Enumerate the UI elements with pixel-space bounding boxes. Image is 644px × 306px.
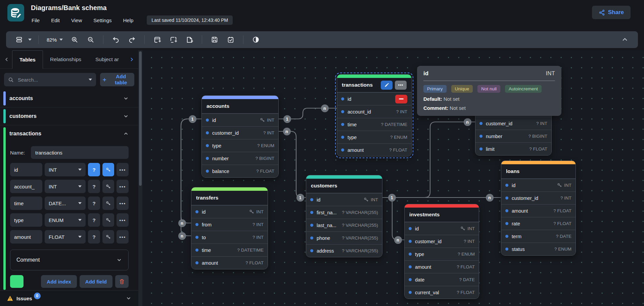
menu-settings[interactable]: Settings bbox=[93, 17, 111, 23]
add-field-button[interactable]: Add field bbox=[80, 275, 112, 288]
field-type-select[interactable]: ENUM bbox=[45, 213, 86, 227]
table-field-row[interactable]: address? VARCHAR(255) bbox=[306, 244, 382, 257]
redo-button[interactable] bbox=[126, 34, 138, 45]
zoom-level-select[interactable]: 82% bbox=[45, 37, 64, 43]
menu-edit[interactable]: Edit bbox=[51, 17, 60, 23]
search-caret-icon[interactable] bbox=[89, 79, 92, 81]
table-field-row[interactable]: number? BIGINT bbox=[475, 130, 551, 142]
table-field-row[interactable]: rate? FLOAT bbox=[501, 217, 576, 230]
tab-relationships[interactable]: Relationships bbox=[43, 50, 88, 69]
field-name-input[interactable] bbox=[10, 196, 42, 210]
table-field-row[interactable]: current_val? FLOAT bbox=[405, 286, 479, 299]
menu-view[interactable]: View bbox=[71, 17, 82, 23]
table-title-row[interactable]: investments bbox=[405, 208, 479, 222]
sidebar-table-accounts[interactable]: accounts bbox=[0, 90, 138, 107]
sidebar-table-transactions[interactable]: transactions bbox=[0, 125, 138, 142]
table-field-row[interactable]: type? ENUM bbox=[337, 131, 411, 143]
nullable-toggle-button[interactable]: ? bbox=[88, 180, 100, 193]
diagram-table-customers[interactable]: customersidINTfirst_na...? VARCHAR(255)l… bbox=[306, 175, 382, 257]
field-more-options-button[interactable]: ••• bbox=[117, 213, 129, 227]
field-more-options-button[interactable]: ••• bbox=[117, 163, 129, 176]
table-title-row[interactable]: accounts bbox=[202, 99, 278, 114]
table-field-row[interactable]: from? INT bbox=[191, 218, 268, 231]
table-field-row[interactable]: idINT bbox=[306, 193, 382, 206]
tabs-scroll-left-icon[interactable] bbox=[1, 50, 12, 69]
nullable-toggle-button[interactable]: ? bbox=[88, 213, 100, 227]
chevron-up-icon[interactable] bbox=[123, 131, 129, 137]
table-field-row[interactable]: amount? FLOAT bbox=[405, 260, 479, 273]
table-field-row[interactable]: number? BIGINT bbox=[202, 152, 278, 165]
table-field-row[interactable]: idINT bbox=[501, 179, 576, 191]
table-field-row[interactable]: status? ENUM bbox=[501, 243, 576, 255]
table-field-row[interactable]: amount? FLOAT bbox=[501, 204, 576, 217]
nullable-toggle-button[interactable]: ? bbox=[88, 163, 100, 176]
table-field-row[interactable]: last_na...? VARCHAR(255) bbox=[306, 219, 382, 231]
theme-toggle-button[interactable] bbox=[250, 34, 262, 45]
table-field-row[interactable]: to? INT bbox=[191, 231, 268, 244]
add-area-button[interactable] bbox=[168, 34, 179, 45]
table-field-row[interactable]: idINT bbox=[405, 222, 479, 235]
primary-key-toggle-button[interactable] bbox=[102, 213, 114, 227]
table-title-row[interactable]: transactions••• bbox=[337, 78, 411, 92]
todo-button[interactable] bbox=[225, 34, 236, 45]
table-field-row[interactable]: term? DATE bbox=[501, 230, 576, 243]
sidebar-scrollbar[interactable] bbox=[138, 50, 142, 306]
table-field-row[interactable]: idINT bbox=[202, 114, 278, 126]
table-field-row[interactable]: type? ENUM bbox=[202, 139, 278, 152]
table-field-row[interactable]: amount? FLOAT bbox=[337, 143, 411, 156]
diagram-table-loans[interactable]: loansidINTcustomer_id? INTamount? FLOATr… bbox=[501, 161, 576, 256]
table-field-row[interactable]: account_id? INT bbox=[337, 105, 411, 118]
table-field-row[interactable]: balance? FLOAT bbox=[202, 165, 278, 177]
add-index-button[interactable]: Add index bbox=[41, 275, 77, 288]
save-button[interactable] bbox=[209, 34, 220, 45]
collapse-toolbar-button[interactable] bbox=[619, 34, 631, 45]
field-name-input[interactable] bbox=[10, 230, 42, 244]
table-field-row[interactable]: time? DATETIME bbox=[337, 118, 411, 131]
menu-file[interactable]: File bbox=[32, 17, 40, 23]
sidebar-table-customers[interactable]: customers bbox=[0, 107, 138, 125]
table-field-row[interactable]: date? DATE bbox=[405, 273, 479, 286]
field-type-select[interactable]: INT bbox=[45, 180, 86, 193]
table-name-input[interactable] bbox=[31, 146, 129, 159]
table-color-swatch[interactable] bbox=[10, 275, 24, 288]
nullable-toggle-button[interactable]: ? bbox=[88, 230, 100, 244]
share-button[interactable]: Share bbox=[592, 6, 631, 19]
table-field-row[interactable]: phone? VARCHAR(255) bbox=[306, 231, 382, 244]
table-field-row[interactable]: idINT bbox=[191, 205, 268, 218]
search-input[interactable] bbox=[4, 73, 96, 86]
field-type-select[interactable]: DATE... bbox=[45, 196, 86, 210]
field-name-input[interactable] bbox=[10, 163, 42, 176]
diagram-table-accounts[interactable]: accountsidINTcustomer_id? INTtype? ENUMn… bbox=[201, 95, 279, 178]
table-more-options-button[interactable]: ••• bbox=[395, 81, 407, 90]
add-note-button[interactable] bbox=[184, 34, 195, 45]
field-more-options-button[interactable]: ••• bbox=[117, 180, 129, 193]
nullable-toggle-button[interactable]: ? bbox=[88, 196, 100, 210]
delete-table-button[interactable] bbox=[115, 275, 129, 288]
table-field-row[interactable]: id bbox=[337, 92, 411, 105]
table-field-row[interactable]: customer_id? INT bbox=[405, 235, 479, 248]
primary-key-toggle-button[interactable] bbox=[102, 196, 114, 210]
field-type-select[interactable]: INT bbox=[45, 163, 86, 176]
chevron-down-icon[interactable] bbox=[123, 113, 129, 119]
primary-key-toggle-button[interactable] bbox=[102, 230, 114, 244]
table-title-row[interactable]: customers bbox=[306, 179, 382, 193]
diagram-table-transfers[interactable]: transfersidINTfrom? INTto? INTtime? DATE… bbox=[191, 187, 268, 269]
table-title-row[interactable]: loans bbox=[501, 164, 576, 179]
table-field-row[interactable]: time? DATETIME bbox=[191, 244, 268, 256]
diagram-table-transactions[interactable]: transactions•••idaccount_id? INTtime? DA… bbox=[337, 74, 412, 157]
table-field-row[interactable]: customer_id? INT bbox=[202, 126, 278, 139]
table-field-row[interactable]: first_na...? VARCHAR(255) bbox=[306, 206, 382, 219]
table-field-row[interactable]: limit? FLOAT bbox=[475, 142, 551, 155]
zoom-in-button[interactable] bbox=[69, 34, 80, 45]
view-mode-button[interactable] bbox=[13, 34, 25, 45]
menu-help[interactable]: Help bbox=[123, 17, 133, 23]
diagram-table-investments[interactable]: investmentsidINTcustomer_id? INTtype? EN… bbox=[404, 204, 479, 299]
primary-key-toggle-button[interactable] bbox=[102, 180, 114, 193]
field-more-options-button[interactable]: ••• bbox=[117, 230, 129, 244]
view-mode-caret-icon[interactable] bbox=[28, 39, 32, 41]
tab-tables[interactable]: Tables bbox=[12, 50, 43, 69]
relationship-line[interactable] bbox=[382, 198, 404, 240]
issues-panel[interactable]: Issues 0 bbox=[0, 290, 138, 306]
add-table-button[interactable]: Add table bbox=[100, 73, 134, 86]
undo-button[interactable] bbox=[110, 34, 122, 45]
